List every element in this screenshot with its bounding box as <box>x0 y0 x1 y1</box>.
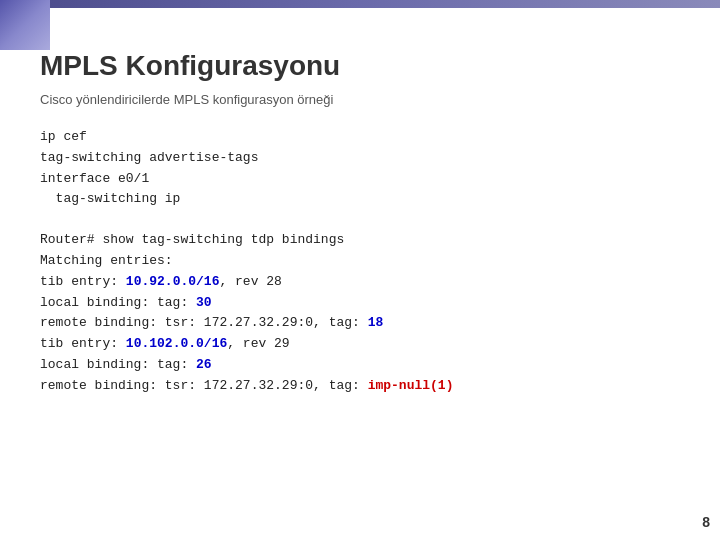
top-bar <box>0 0 720 8</box>
main-content: MPLS Konfigurasyonu Cisco yönlendiricile… <box>40 30 680 510</box>
page-title: MPLS Konfigurasyonu <box>40 50 680 82</box>
code-line-2: tag-switching advertise-tags <box>40 148 680 169</box>
code-line-local2: local binding: tag: 26 <box>40 355 680 376</box>
code-line-4: tag-switching ip <box>40 189 680 210</box>
code-block-1: ip cef tag-switching advertise-tags inte… <box>40 127 680 210</box>
highlight-tag18: 18 <box>368 315 384 330</box>
code-line-local1: local binding: tag: 30 <box>40 293 680 314</box>
page-number: 8 <box>702 514 710 530</box>
code-line-3: interface e0/1 <box>40 169 680 190</box>
highlight-tag26: 26 <box>196 357 212 372</box>
code-line-remote1: remote binding: tsr: 172.27.32.29:0, tag… <box>40 313 680 334</box>
code-line-router-show: Router# show tag-switching tdp bindings <box>40 230 680 251</box>
highlight-tib2: 10.102.0.0/16 <box>126 336 227 351</box>
highlight-tib1: 10.92.0.0/16 <box>126 274 220 289</box>
code-line-tib2: tib entry: 10.102.0.0/16, rev 29 <box>40 334 680 355</box>
highlight-imp-null: imp-null(1) <box>368 378 454 393</box>
code-line-1: ip cef <box>40 127 680 148</box>
code-line-matching: Matching entries: <box>40 251 680 272</box>
highlight-tag30: 30 <box>196 295 212 310</box>
code-line-tib1: tib entry: 10.92.0.0/16, rev 28 <box>40 272 680 293</box>
code-block-2: Router# show tag-switching tdp bindings … <box>40 230 680 396</box>
code-line-remote2: remote binding: tsr: 172.27.32.29:0, tag… <box>40 376 680 397</box>
subtitle: Cisco yönlendiricilerde MPLS konfigurasy… <box>40 92 680 107</box>
